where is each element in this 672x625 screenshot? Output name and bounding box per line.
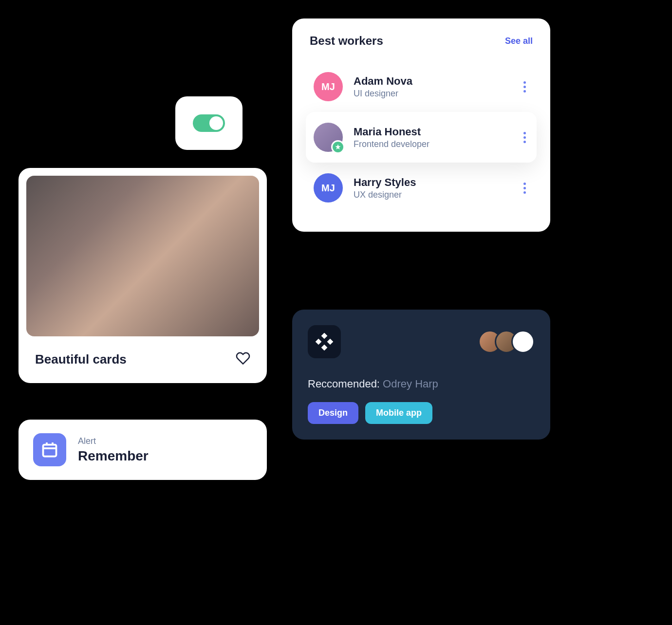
calendar-icon	[33, 433, 66, 466]
worker-name: Maria Honest	[354, 126, 510, 138]
avatar-initials: MJ	[321, 81, 335, 92]
worker-name: Adam Nova	[354, 75, 510, 88]
recommended-top	[308, 325, 535, 358]
toggle-card	[175, 96, 243, 150]
tag-design[interactable]: Design	[308, 402, 358, 424]
worker-info: Harry Styles UX designer	[354, 176, 510, 200]
svg-rect-5	[316, 339, 321, 345]
worker-name: Harry Styles	[354, 176, 510, 189]
alert-label: Alert	[78, 436, 149, 446]
alert-text: Alert Remember	[78, 436, 149, 464]
kebab-icon[interactable]	[521, 180, 529, 197]
avatar	[511, 330, 535, 353]
worker-info: Adam Nova UI designer	[354, 75, 510, 99]
worker-role: UI designer	[354, 89, 510, 99]
recommended-name: Odrey Harp	[383, 378, 438, 390]
workers-title: Best workers	[310, 34, 383, 48]
workers-header: Best workers See all	[306, 34, 537, 48]
avatar-initials: MJ	[321, 183, 335, 194]
alert-title: Remember	[78, 448, 149, 464]
workers-card: Best workers See all MJ Adam Nova UI des…	[292, 18, 550, 232]
avatar-group[interactable]	[478, 330, 535, 353]
avatar: MJ	[314, 173, 343, 202]
worker-info: Maria Honest Frontend developer	[354, 126, 510, 149]
tag-mobile-app[interactable]: Mobile app	[365, 402, 432, 424]
diamond-logo-icon	[308, 325, 341, 358]
worker-row[interactable]: Maria Honest Frontend developer	[306, 112, 537, 163]
avatar: MJ	[314, 72, 343, 101]
tag-list: Design Mobile app	[308, 402, 535, 424]
image-card-footer: Beautiful cards	[26, 336, 259, 369]
worker-role: UX designer	[354, 190, 510, 200]
recommended-label: Reccomended:	[308, 378, 380, 390]
svg-rect-7	[321, 345, 328, 350]
toggle-switch[interactable]	[193, 114, 225, 132]
svg-rect-4	[321, 333, 328, 339]
alert-card[interactable]: Alert Remember	[19, 420, 267, 480]
svg-rect-0	[43, 445, 56, 457]
star-badge-icon	[331, 140, 345, 154]
image-card: Beautiful cards	[19, 168, 267, 383]
see-all-link[interactable]: See all	[505, 36, 533, 46]
worker-row[interactable]: MJ Adam Nova UI designer	[306, 61, 537, 112]
kebab-icon[interactable]	[521, 78, 529, 95]
worker-row[interactable]: MJ Harry Styles UX designer	[306, 163, 537, 213]
worker-role: Frontend developer	[354, 139, 510, 149]
toggle-knob	[209, 116, 223, 130]
kebab-icon[interactable]	[521, 129, 529, 146]
card-image	[26, 176, 259, 336]
recommended-text: Reccomended: Odrey Harp	[308, 378, 535, 390]
avatar	[314, 123, 343, 152]
recommended-card: Reccomended: Odrey Harp Design Mobile ap…	[292, 310, 550, 440]
heart-icon[interactable]	[236, 351, 250, 368]
image-card-title: Beautiful cards	[35, 352, 127, 367]
svg-rect-6	[327, 339, 333, 345]
